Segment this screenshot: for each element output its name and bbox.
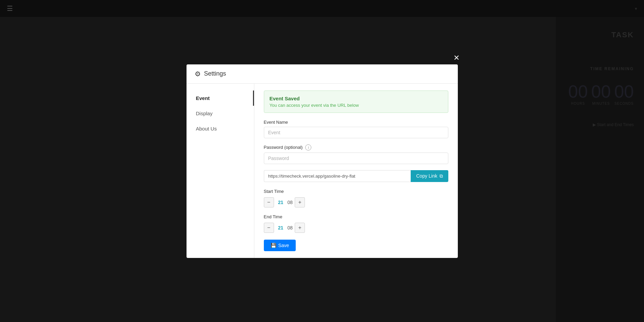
start-time-plus-btn[interactable]: +	[295, 197, 305, 207]
url-input[interactable]	[264, 170, 411, 182]
save-button[interactable]: 💾 Save	[264, 240, 296, 251]
password-label: Password (optional) i	[264, 144, 448, 150]
start-time-label: Start Time	[264, 189, 448, 194]
settings-modal: ✕ ⚙ Settings Event Display About Us	[187, 64, 458, 258]
success-banner: Event Saved You can access your event vi…	[264, 90, 448, 113]
start-time-sep: 08	[288, 200, 293, 205]
copy-link-button[interactable]: Copy Link ⧉	[411, 170, 448, 182]
start-time-section: Start Time − 21 08 +	[264, 189, 448, 207]
start-time-minus-btn[interactable]: −	[264, 197, 274, 207]
copy-icon: ⧉	[440, 173, 443, 179]
nav-item-about[interactable]: About Us	[187, 121, 254, 136]
save-label: Save	[278, 243, 289, 248]
nav-item-display[interactable]: Display	[187, 106, 254, 121]
end-time-controls: − 21 08 +	[264, 223, 448, 233]
success-subtitle: You can access your event via the URL be…	[270, 103, 443, 108]
nav-item-event[interactable]: Event	[187, 90, 254, 106]
modal-header: ⚙ Settings	[187, 64, 458, 84]
copy-link-label: Copy Link	[416, 173, 437, 179]
end-time-label: End Time	[264, 214, 448, 219]
event-name-label: Event Name	[264, 120, 448, 125]
password-group: Password (optional) i	[264, 144, 448, 164]
modal-content-area: Event Saved You can access your event vi…	[254, 84, 458, 258]
end-time-plus-btn[interactable]: +	[295, 223, 305, 233]
url-row: Copy Link ⧉	[264, 170, 448, 182]
save-icon: 💾	[271, 243, 276, 248]
gear-icon: ⚙	[195, 70, 201, 78]
start-time-controls: − 21 08 +	[264, 197, 448, 207]
end-time-sep: 08	[288, 225, 293, 230]
start-time-hours: 21	[276, 200, 286, 205]
modal-title: Settings	[204, 70, 226, 77]
modal-body: Event Display About Us Event Saved You c…	[187, 84, 458, 258]
end-time-minus-btn[interactable]: −	[264, 223, 274, 233]
event-name-group: Event Name	[264, 120, 448, 138]
password-info-icon[interactable]: i	[305, 144, 311, 150]
password-input[interactable]	[264, 153, 448, 164]
modal-overlay: ✕ ⚙ Settings Event Display About Us	[0, 0, 644, 322]
success-title: Event Saved	[270, 96, 443, 101]
modal-nav: Event Display About Us	[187, 84, 254, 258]
end-time-section: End Time − 21 08 +	[264, 214, 448, 233]
end-time-hours: 21	[276, 225, 286, 230]
event-name-input[interactable]	[264, 127, 448, 138]
close-button[interactable]: ✕	[453, 54, 460, 62]
